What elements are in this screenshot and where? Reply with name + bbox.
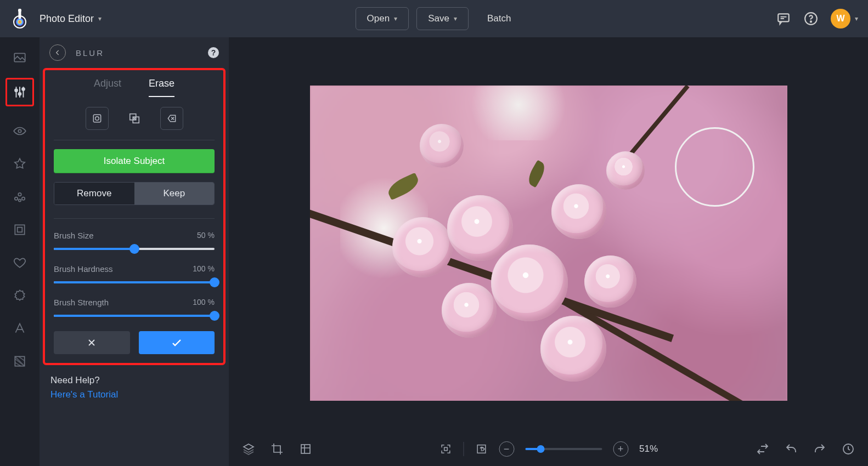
mask-view-button[interactable] [86, 107, 109, 130]
bottom-toolbar: − + 51% [229, 432, 868, 466]
undo-icon[interactable] [785, 442, 798, 456]
svg-point-1 [16, 18, 24, 26]
confirm-row [54, 331, 215, 354]
brush-strength-slider[interactable]: Brush Strength 100 % [54, 298, 215, 317]
zoom-label: 51% [639, 444, 658, 454]
svg-point-14 [19, 199, 21, 201]
batch-label: Batch [487, 13, 511, 24]
brush-size-slider[interactable]: Brush Size 50 % [54, 231, 215, 250]
panel-title: BLUR [76, 48, 198, 58]
save-label: Save [428, 13, 449, 24]
brush-size-value: 50 % [197, 231, 215, 240]
apply-button[interactable] [139, 331, 215, 354]
svg-point-11 [18, 193, 21, 196]
sidebar-image-icon[interactable] [12, 49, 28, 66]
svg-point-19 [95, 117, 99, 121]
svg-rect-3 [778, 14, 789, 21]
svg-point-9 [22, 88, 25, 90]
sidebar-texture-icon[interactable] [12, 353, 28, 370]
svg-point-5 [810, 21, 811, 22]
avatar-letter: W [836, 14, 844, 24]
app-title-dropdown[interactable]: Photo Editor ▾ [40, 13, 102, 25]
sidebar-adjust-highlight [5, 78, 34, 106]
chevron-down-icon: ▾ [394, 15, 397, 22]
cancel-button[interactable] [54, 331, 130, 354]
avatar: W [831, 9, 850, 29]
zoom-slider[interactable] [525, 448, 602, 450]
sidebar-sliders-icon[interactable] [12, 84, 28, 100]
svg-rect-16 [18, 228, 22, 232]
history-icon[interactable] [842, 442, 855, 456]
tool-panel: BLUR ? Adjust Erase Isolate Subject Remo… [40, 37, 229, 466]
back-button[interactable] [49, 44, 66, 61]
isolate-subject-button[interactable]: Isolate Subject [54, 149, 215, 173]
zoom-in-button[interactable]: + [613, 441, 628, 457]
chevron-down-icon: ▾ [855, 15, 858, 22]
sidebar-badge-icon[interactable] [12, 287, 28, 304]
help-footer: Need Help? Here's a Tutorial [40, 365, 229, 410]
batch-button[interactable]: Batch [476, 7, 522, 30]
top-right-actions: W ▾ [776, 9, 858, 29]
sidebar-retouch-icon[interactable] [12, 189, 28, 205]
sidebar-heart-icon[interactable] [12, 254, 28, 271]
segment-remove[interactable]: Remove [54, 183, 134, 204]
brush-sliders: Brush Size 50 % Brush Hardness 100 % Bru… [54, 218, 215, 317]
redo-icon[interactable] [813, 442, 826, 456]
highlighted-panel-area: Adjust Erase Isolate Subject Remove Keep… [43, 68, 226, 365]
svg-point-13 [22, 197, 25, 200]
chevron-down-icon: ▾ [98, 15, 102, 22]
actual-size-icon[interactable] [475, 442, 488, 456]
isolate-label: Isolate Subject [104, 156, 165, 167]
svg-point-2 [18, 9, 21, 12]
left-sidebar [0, 37, 40, 466]
tutorial-link[interactable]: Here's a Tutorial [50, 389, 218, 400]
tab-erase[interactable]: Erase [149, 78, 174, 97]
svg-point-10 [18, 129, 21, 132]
brush-hardness-value: 100 % [193, 264, 215, 274]
top-bar: Photo Editor ▾ Open ▾ Save ▾ Batch W ▾ [0, 0, 868, 37]
svg-rect-22 [301, 445, 310, 453]
fit-screen-icon[interactable] [439, 442, 452, 456]
zoom-out-button[interactable]: − [499, 441, 514, 457]
svg-point-8 [19, 93, 21, 95]
canvas-image[interactable] [310, 86, 787, 401]
account-menu[interactable]: W ▾ [831, 9, 858, 29]
app-logo [10, 9, 30, 29]
panel-tabs: Adjust Erase [45, 70, 223, 97]
brush-strength-value: 100 % [193, 298, 215, 307]
svg-point-7 [15, 89, 18, 92]
sidebar-text-icon[interactable] [12, 320, 28, 337]
svg-rect-18 [93, 115, 100, 122]
canvas-area: − + 51% [229, 37, 868, 466]
compare-icon[interactable] [756, 442, 769, 456]
panel-header: BLUR ? [40, 37, 229, 68]
svg-rect-23 [444, 447, 447, 451]
open-button[interactable]: Open ▾ [356, 7, 409, 30]
sidebar-eye-icon[interactable] [12, 123, 28, 139]
invert-mask-button[interactable] [123, 107, 146, 130]
svg-point-12 [15, 197, 18, 200]
tab-adjust[interactable]: Adjust [94, 78, 121, 97]
sidebar-frame-icon[interactable] [12, 221, 28, 238]
top-center-actions: Open ▾ Save ▾ Batch [356, 7, 522, 30]
close-icon [86, 337, 97, 348]
save-button[interactable]: Save ▾ [416, 7, 469, 30]
feedback-icon[interactable] [776, 11, 791, 26]
brush-hardness-label: Brush Hardness [54, 264, 113, 274]
layers-icon[interactable] [242, 442, 255, 456]
segment-keep[interactable]: Keep [134, 183, 215, 204]
help-icon[interactable] [803, 11, 819, 26]
grid-icon[interactable] [299, 442, 312, 456]
brush-size-label: Brush Size [54, 231, 94, 240]
panel-help-icon[interactable]: ? [208, 47, 219, 58]
brush-hardness-slider[interactable]: Brush Hardness 100 % [54, 264, 215, 283]
brush-strength-label: Brush Strength [54, 298, 109, 307]
app-title-label: Photo Editor [40, 13, 94, 25]
crop-icon[interactable] [270, 442, 284, 456]
chevron-down-icon: ▾ [454, 15, 457, 22]
clear-mask-button[interactable] [160, 107, 183, 130]
sidebar-star-icon[interactable] [12, 156, 28, 172]
help-question: Need Help? [50, 375, 218, 386]
check-icon [170, 336, 183, 349]
remove-keep-segment: Remove Keep [54, 182, 215, 205]
